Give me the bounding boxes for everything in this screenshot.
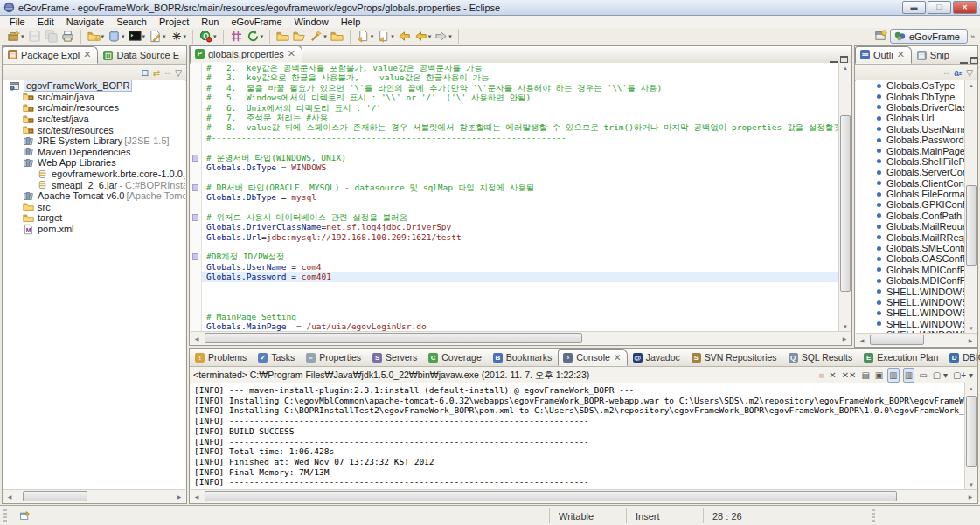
dropdown-caret-icon[interactable]: ▾ [371,33,374,40]
tab-console[interactable]: ›Console✕ [558,349,627,366]
open-perspective-icon[interactable] [874,31,887,43]
collapse-all-icon[interactable]: ⊟ [141,66,148,79]
editor-line[interactable]: #---------------------------------------… [191,133,838,142]
editor-line[interactable]: Globals.MainPage = /uat/uia/egovLoginUsr… [191,321,838,331]
close-icon[interactable]: ✕ [614,352,622,363]
perspective-overflow[interactable]: » [970,32,975,41]
tab-servers[interactable]: SServers [367,349,423,366]
scroll-lock-button[interactable]: ▣ [874,369,884,382]
editor-line[interactable]: # MainPage Setting [191,312,838,321]
editor-line[interactable]: Globals.DriverClassName=net.sf.log4jdbc.… [191,222,838,231]
new-db-button[interactable]: ▾ [106,29,127,45]
close-icon[interactable]: ✕ [83,49,91,60]
outline-item[interactable]: Globals.MDIConfPath [856,275,964,286]
dropdown-caret-icon[interactable]: ▾ [184,33,187,40]
editor-line[interactable]: Globals.DbType = mysql [191,192,838,202]
editor-line[interactable]: # 5. Windows에서의 디렉토리 표시 : '\\' or '/' ('… [191,93,838,102]
close-button[interactable]: ✕ [953,1,977,14]
menu-item-navigate[interactable]: Navigate [60,17,110,27]
tab-snippets[interactable]: ▤ Snip [912,47,956,64]
tab-coverage[interactable]: CCoverage [423,349,488,366]
back-button[interactable]: ▾ [413,29,434,45]
dropdown-caret-icon[interactable]: ▾ [261,33,264,40]
outline-item[interactable]: Globals.FileFormatPath [856,189,964,199]
editor-line[interactable]: # 3. key값으로 한글을 사용불가, value값은 한글사용이 가능 [191,73,838,82]
editor-line[interactable]: # 7. 주석문 처리는 #사용 [191,113,838,122]
tree-item-apache-tomcat-v6-0[interactable]: Apache Tomcat v6.0 [Apache Tomcat v6.0 [3,190,185,202]
dropdown-caret-icon[interactable]: ▾ [323,33,327,40]
fast-view-icon[interactable] [19,510,31,522]
tab-tasks[interactable]: ✓Tasks [253,349,301,366]
dropdown-caret-icon[interactable]: ▾ [21,33,24,40]
maximize-view-icon[interactable] [840,56,848,63]
console-vscrollbar[interactable]: ▲ ▼ [964,383,977,490]
clear-console-button[interactable]: ▤ [860,369,870,382]
outline-vscrollbar[interactable]: ▲ ▼ [964,80,977,334]
menu-item-egovframe[interactable]: eGovFrame [225,17,288,27]
tab-javadoc[interactable]: @Javadoc [628,349,686,366]
editor-line[interactable]: #DB계정 ID/PW설정 [191,252,838,261]
tab-dbio-search[interactable]: DDBIO Search [944,349,980,366]
outline-item[interactable]: SHELL.WINDOWS.getDrc [856,297,964,307]
menu-item-window[interactable]: Window [288,17,335,27]
dropdown-caret-icon[interactable]: ▾ [391,33,394,40]
dropdown-caret-icon[interactable]: ▾ [163,33,166,40]
open-package-button[interactable] [329,29,345,45]
outline-item[interactable]: Globals.UserName [856,124,964,135]
next-annotation-button[interactable]: ▾ [375,29,396,45]
menu-item-run[interactable]: Run [195,17,225,27]
tab-bookmarks[interactable]: BBookmarks [488,349,559,366]
outline-item[interactable]: Globals.OASConfPath [856,253,964,264]
dropdown-caret-icon[interactable]: ▾ [213,33,217,40]
menu-item-file[interactable]: File [3,17,31,27]
minimize-view-icon[interactable] [830,56,838,63]
open-console-button[interactable]: ▢+ ▾ [952,369,974,382]
console-hscrollbar[interactable]: ◀ ▶ [191,489,977,502]
editor-line[interactable]: # DB서버 타입(ORACLE, MYSQL) - datasource 및 … [191,183,838,192]
tab-sql-results[interactable]: QSQL Results [783,349,859,366]
close-icon[interactable]: ✕ [288,48,295,59]
tree-item-src-main-resources[interactable]: src/main/resources [3,102,185,114]
pin-console-button[interactable]: ▭ [918,369,928,382]
editor-line[interactable]: Globals.UserName = com4 [191,262,838,272]
tree-item-smeapi-2-6-jar[interactable]: smeapi_2_6.jar - C:#BOPRInstallTest2# [3,179,185,190]
tab-execution-plan[interactable]: EExecution Plan [858,349,944,366]
editor-line[interactable]: # 6. Unix에서의 디렉토리 표시 : '/' [191,103,838,113]
new-module-button[interactable]: ▾ [86,29,107,45]
focus-icon[interactable]: ◦◦ [164,66,170,79]
forward-button[interactable]: ▾ [433,29,454,45]
editor-line[interactable]: Globals.Password = com401 [191,272,838,281]
view-menu-icon[interactable]: ▽ [175,66,182,79]
dropdown-caret-icon[interactable]: ▾ [448,33,452,40]
show-on-stderr-button[interactable]: ▥ [903,368,914,383]
console-output[interactable]: [INFO] --- maven-install-plugin:2.3.1:in… [191,383,964,490]
editor-line[interactable]: # 4. 줄을 바꿀 필요가 있으면 '\'를 라인의 끝에 추가(만약 '\'… [191,83,838,93]
editor-line[interactable]: # 2. key값은 공백문자를 포함불가, value값은 공백문자를 가능 [191,63,838,73]
outline-item[interactable]: SHELL.WINDOWS.getHos [856,286,964,296]
tab-data-source-explorer[interactable]: ◫ Data Source E [98,47,186,64]
open-resource-button[interactable] [275,29,291,45]
editor-line[interactable] [191,202,838,211]
tree-item-src-test-resources[interactable]: src/test/resources [3,124,185,135]
editor-line[interactable]: # 운영서버 타입(WINDOWS, UNIX) [191,153,838,162]
outline-item[interactable]: Globals.ShellFilePath [856,156,964,167]
show-on-stdout-button[interactable]: ▥ [887,368,899,383]
editor-line[interactable]: # 8. value값 뒤에 스페이스가 존재하는 경우 서블릿에서 참조할때는… [191,122,838,132]
editor-hscrollbar[interactable]: ◀ ▶ [191,331,851,344]
remove-launch-button[interactable]: ✕ [828,369,837,382]
editor-line[interactable] [191,142,838,152]
new-button[interactable]: ▾ [5,29,26,45]
outline-hscrollbar[interactable]: ◀ ▶ [856,333,977,346]
table-view-button[interactable] [228,29,245,45]
tab-problems[interactable]: !Problems [190,349,253,366]
close-icon[interactable]: ✕ [897,49,905,60]
minimize-button[interactable]: ▬ [902,1,926,14]
tab-package-explorer[interactable]: ▤ Package Expl ✕ [3,46,98,64]
menu-item-help[interactable]: Help [335,17,367,27]
open-folder-button[interactable] [291,29,308,45]
search-wand-button[interactable]: ▾ [308,29,329,45]
tab-outline[interactable]: ≔ Outli ✕ [855,46,912,64]
outline-item[interactable]: Globals.OsType [856,80,964,91]
terminal-button[interactable]: ▾ [127,29,148,45]
tree-item-egovframework-bopr[interactable]: egovFrameWork_BOPR [3,80,185,92]
